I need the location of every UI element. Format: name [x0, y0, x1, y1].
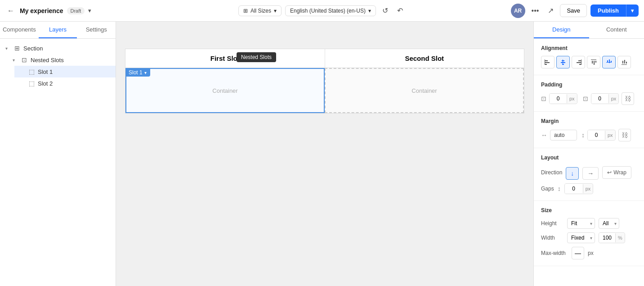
left-panel: Components Layers Settings ▾ ⊞ Section ▾…	[0, 22, 116, 286]
padding-left-field[interactable]	[550, 94, 567, 104]
direction-down-btn[interactable]: ↓	[566, 167, 579, 180]
padding-section: Padding ⊡ px ⊡ px ⛓	[534, 75, 644, 112]
draft-badge: Draft	[67, 7, 85, 14]
repeat-button[interactable]: ↺	[380, 5, 391, 17]
svg-rect-12	[592, 61, 593, 64]
slot1-tag[interactable]: Slot 1 ▾	[126, 68, 150, 77]
main-layout: Components Layers Settings ▾ ⊞ Section ▾…	[0, 22, 644, 286]
max-width-minus[interactable]: —	[572, 247, 584, 259]
align-left-btn[interactable]	[541, 56, 555, 68]
back-button[interactable]: ←	[5, 5, 16, 17]
first-slot-header: First Slot	[125, 49, 325, 68]
size-selector[interactable]: ⊞ All Sizes ▾	[238, 5, 282, 16]
nested-slots-chevron: ▾	[13, 58, 18, 63]
svg-rect-11	[581, 59, 581, 65]
section-icon: ⊞	[13, 45, 21, 52]
tree-item-section[interactable]: ▾ ⊞ Section	[0, 42, 116, 54]
margin-title: Margin	[541, 118, 637, 124]
more-button[interactable]: •••	[529, 5, 542, 17]
tree-item-nested-slots[interactable]: ▾ ⊡ Nested Slots	[7, 54, 116, 66]
height-select[interactable]: Fit Fixed Fill	[567, 218, 595, 229]
lang-selector[interactable]: English (United States) (en-US) ▾	[285, 5, 376, 16]
avatar: AR	[511, 4, 525, 18]
experience-chevron[interactable]: ▾	[88, 7, 91, 14]
slot1-body[interactable]: Slot 1 ▾ Container	[125, 68, 325, 113]
undo-button[interactable]: ↶	[394, 5, 406, 17]
align-middle-btn[interactable]	[602, 56, 616, 68]
height-all-select-wrapper: All	[599, 218, 619, 229]
right-panel: Design Content Alignment	[533, 22, 644, 286]
layout-title: Layout	[541, 154, 637, 161]
max-width-row: Max-width — px	[541, 247, 637, 259]
tree-item-slot2[interactable]: ⬚ Slot 2	[14, 77, 116, 89]
slot2-label: Slot 2	[38, 80, 110, 87]
publish-chevron-button[interactable]: ▾	[626, 5, 639, 17]
layer-tree: ▾ ⊞ Section ▾ ⊡ Nested Slots ⬚ Slot 1	[0, 39, 116, 93]
slot-header-row: First Slot Second Slot	[125, 49, 524, 68]
layout-section: Layout Direction ↓ → ↩ Wrap Gaps ↕ px	[534, 148, 644, 201]
section-chevron: ▾	[5, 46, 11, 51]
margin-auto-input[interactable]: auto	[550, 130, 577, 141]
slot2-body[interactable]: Container	[325, 68, 524, 113]
canvas-area[interactable]: Nested Slots First Slot Second Slot Slot…	[116, 22, 533, 286]
tab-layers[interactable]: Layers	[39, 22, 77, 38]
gaps-unit: px	[583, 184, 593, 193]
tab-settings[interactable]: Settings	[77, 22, 116, 38]
nested-slots-label: Nested Slots	[31, 57, 110, 64]
topbar-center: ⊞ All Sizes ▾ English (United States) (e…	[238, 5, 406, 17]
padding-top-input: px	[591, 93, 619, 104]
margin-link-btn[interactable]: ⛓	[618, 129, 631, 141]
max-width-label: Max-width	[541, 250, 568, 256]
slot2-container-placeholder: Container	[411, 87, 437, 94]
direction-label: Direction	[541, 169, 562, 176]
alignment-section: Alignment	[534, 39, 644, 75]
padding-title: Padding	[541, 82, 637, 88]
padding-top-field[interactable]	[591, 94, 608, 104]
wrap-button[interactable]: ↩ Wrap	[602, 166, 631, 179]
height-select-wrapper: Fit Fixed Fill	[567, 218, 595, 229]
svg-rect-10	[579, 64, 581, 65]
tab-content[interactable]: Content	[589, 22, 644, 38]
width-value-field[interactable]	[599, 233, 615, 243]
nested-slots-tooltip: Nested Slots	[237, 52, 276, 62]
svg-rect-15	[591, 59, 596, 60]
padding-left-icon: ⊡	[541, 95, 546, 102]
publish-button[interactable]: Publish	[590, 5, 626, 17]
max-width-unit: px	[588, 250, 594, 256]
height-label: Height	[541, 220, 564, 227]
svg-rect-18	[611, 61, 612, 62]
tree-item-slot1[interactable]: ⬚ Slot 1	[14, 66, 116, 77]
save-button[interactable]: Save	[560, 4, 587, 17]
tab-design[interactable]: Design	[534, 22, 589, 38]
svg-rect-0	[545, 60, 548, 61]
svg-rect-20	[622, 61, 623, 64]
topbar-left: ← My experience Draft ▾	[5, 5, 235, 17]
external-link-button[interactable]: ↗	[545, 5, 556, 17]
wrap-label: Wrap	[613, 169, 626, 176]
padding-link-btn[interactable]: ⛓	[622, 92, 634, 105]
margin-top-field[interactable]	[588, 130, 605, 140]
padding-top-unit: px	[608, 94, 619, 103]
left-tabs: Components Layers Settings	[0, 22, 116, 39]
align-top-btn[interactable]	[587, 56, 600, 68]
padding-left-unit: px	[567, 94, 577, 103]
topbar-right: AR ••• ↗ Save Publish ▾	[409, 4, 639, 18]
svg-rect-19	[606, 62, 612, 63]
width-select-wrapper: Fixed Fit Fill	[567, 232, 595, 243]
width-row: Width Fixed Fit Fill %	[541, 232, 637, 243]
gaps-row: Gaps ↕ px	[541, 183, 637, 194]
direction-buttons: ↓ →	[566, 167, 599, 180]
gaps-field[interactable]	[565, 184, 583, 194]
height-all-select[interactable]: All	[599, 218, 619, 229]
alignment-title: Alignment	[541, 45, 637, 51]
align-center-btn[interactable]	[556, 56, 570, 68]
direction-right-btn[interactable]: →	[582, 167, 599, 180]
svg-rect-3	[545, 59, 545, 65]
align-right-btn[interactable]	[572, 56, 585, 68]
margin-top-icon: ↕	[581, 132, 585, 139]
width-select[interactable]: Fixed Fit Fill	[567, 232, 595, 243]
margin-top-input: px	[587, 130, 616, 141]
align-bottom-btn[interactable]	[617, 56, 631, 68]
tab-components[interactable]: Components	[0, 22, 39, 38]
slot2-icon: ⬚	[28, 80, 35, 87]
